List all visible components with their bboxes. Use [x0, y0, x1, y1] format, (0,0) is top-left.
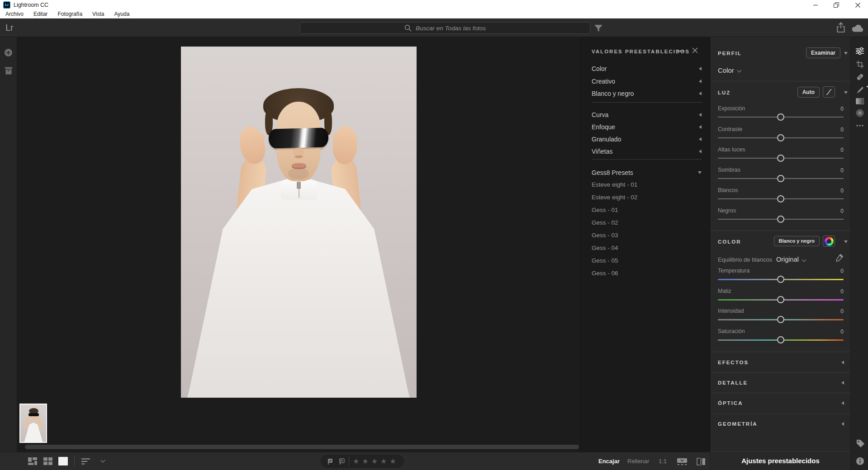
- share-icon[interactable]: [836, 22, 846, 33]
- slider-track[interactable]: [718, 178, 844, 179]
- edit-tool-button[interactable]: [855, 47, 864, 56]
- zoom-fit-button[interactable]: Encajar: [598, 458, 620, 465]
- slider-track[interactable]: [718, 198, 844, 199]
- geometry-section-header[interactable]: GEOMETRÍA: [718, 418, 844, 430]
- slider-track[interactable]: [718, 158, 844, 159]
- restore-button[interactable]: [826, 0, 847, 10]
- preset-group-color[interactable]: Color: [592, 62, 702, 75]
- slider-track[interactable]: [718, 339, 844, 341]
- close-button[interactable]: [847, 0, 868, 10]
- presets-more-icon[interactable]: [676, 50, 684, 52]
- preset-item[interactable]: Gess - 02: [592, 216, 702, 229]
- more-tools-button[interactable]: [855, 121, 864, 130]
- preset-group-curva[interactable]: Curva: [592, 108, 702, 121]
- filter-icon[interactable]: [593, 24, 603, 32]
- star-icon[interactable]: ★: [371, 458, 378, 465]
- auto-button[interactable]: Auto: [797, 87, 820, 98]
- slider-track[interactable]: [718, 319, 844, 320]
- preset-group-label: Enfoque: [592, 123, 615, 131]
- eyedropper-icon[interactable]: [835, 254, 843, 263]
- preset-group-label: Creativo: [592, 78, 615, 85]
- slider-knob[interactable]: [777, 336, 784, 343]
- preset-group-gess8[interactable]: Gess8 Presets: [592, 166, 702, 179]
- star-icon[interactable]: ★: [362, 458, 368, 465]
- profile-value: Color: [718, 66, 734, 74]
- slider-knob[interactable]: [777, 113, 784, 121]
- slider-track[interactable]: [718, 117, 844, 118]
- lr-home-logo[interactable]: Lr: [5, 23, 14, 33]
- detail-section-header[interactable]: DETALLE: [718, 376, 844, 389]
- menu-editar[interactable]: Editar: [32, 11, 49, 17]
- zoom-1-1-button[interactable]: 1:1: [659, 458, 667, 465]
- presets-toggle-button[interactable]: Ajustes preestablecidos: [711, 451, 850, 470]
- profile-dropdown[interactable]: Color: [718, 64, 844, 76]
- photo-grid-view-icon[interactable]: [28, 457, 37, 465]
- preset-item[interactable]: Gess - 03: [592, 229, 702, 241]
- flag-pick-icon[interactable]: [327, 458, 334, 465]
- star-icon[interactable]: ★: [353, 458, 359, 465]
- preset-group-blanco-y-negro[interactable]: Blanco y negro: [592, 87, 702, 99]
- slider-knob[interactable]: [777, 216, 784, 223]
- menu-ayuda[interactable]: Ayuda: [113, 11, 132, 17]
- sort-icon[interactable]: [81, 458, 90, 465]
- flag-reject-icon[interactable]: [338, 458, 346, 465]
- more-dots-icon: [856, 125, 863, 127]
- preset-group-granulado[interactable]: Granulado: [592, 133, 702, 145]
- radial-gradient-tool-button[interactable]: [855, 108, 864, 118]
- effects-section-header[interactable]: EFECTOS: [718, 356, 844, 369]
- star-icon[interactable]: ★: [389, 458, 396, 465]
- slider-knob[interactable]: [777, 296, 784, 303]
- presets-close-icon[interactable]: [692, 47, 698, 53]
- minimize-button[interactable]: [805, 0, 826, 10]
- keywords-button[interactable]: [855, 438, 864, 447]
- star-icon[interactable]: ★: [380, 458, 387, 465]
- zoom-fill-button[interactable]: Rellenar: [627, 458, 649, 465]
- preset-item[interactable]: Esteve eight - 01: [592, 178, 702, 191]
- color-wheel-button[interactable]: [823, 235, 835, 247]
- info-button[interactable]: [855, 456, 864, 465]
- black-white-button[interactable]: Blanco y negro: [774, 236, 820, 246]
- filmstrip-thumbnail[interactable]: [19, 404, 47, 443]
- crop-tool-button[interactable]: [855, 60, 864, 69]
- optics-section-header[interactable]: ÓPTICA: [718, 397, 844, 409]
- main-photo[interactable]: [181, 47, 417, 398]
- white-balance-dropdown[interactable]: Original: [776, 256, 799, 263]
- healing-tool-button[interactable]: [855, 72, 864, 81]
- detail-view-icon[interactable]: [58, 457, 68, 465]
- slider-knob[interactable]: [777, 155, 784, 162]
- brush-tool-button[interactable]: [855, 85, 864, 94]
- chevron-down-icon[interactable]: [101, 458, 105, 463]
- slider-knob[interactable]: [777, 276, 784, 283]
- square-grid-view-icon[interactable]: [43, 457, 52, 465]
- add-photos-icon[interactable]: [4, 48, 13, 57]
- menu-archivo[interactable]: Archivo: [4, 11, 25, 17]
- slider-knob[interactable]: [777, 134, 784, 141]
- my-photos-icon[interactable]: [5, 67, 13, 75]
- preset-group-creativo[interactable]: Creativo: [592, 75, 702, 87]
- before-after-icon[interactable]: [697, 458, 706, 465]
- slider-track[interactable]: [718, 219, 844, 220]
- menu-fotografia[interactable]: Fotografía: [56, 11, 84, 17]
- slider-knob[interactable]: [777, 195, 784, 202]
- filmstrip-scrollbar[interactable]: [25, 445, 579, 449]
- slider-track[interactable]: [718, 279, 844, 280]
- cloud-sync-icon[interactable]: [851, 24, 864, 32]
- filmstrip-toggle-icon[interactable]: [677, 458, 688, 465]
- preset-group-vinetas[interactable]: Viñetas: [592, 145, 702, 157]
- slider-knob[interactable]: [777, 316, 784, 323]
- slider-track[interactable]: [718, 299, 844, 301]
- preset-group-label: Color: [592, 65, 607, 72]
- preset-group-enfoque[interactable]: Enfoque: [592, 121, 702, 133]
- preset-item[interactable]: Esteve eight - 02: [592, 191, 702, 203]
- slider-knob[interactable]: [777, 175, 784, 182]
- search-input[interactable]: Buscar en Todas las fotos: [300, 22, 590, 34]
- preset-item[interactable]: Gess - 05: [592, 254, 702, 267]
- preset-item[interactable]: Gess - 01: [592, 203, 702, 216]
- browse-profiles-button[interactable]: Examinar: [806, 47, 840, 58]
- slider-track[interactable]: [718, 137, 844, 138]
- menu-vista[interactable]: Vista: [90, 11, 106, 17]
- tone-curve-button[interactable]: [823, 86, 835, 98]
- linear-gradient-tool-button[interactable]: [855, 97, 864, 106]
- preset-item[interactable]: Gess - 04: [592, 241, 702, 254]
- preset-item[interactable]: Gess - 06: [592, 267, 702, 279]
